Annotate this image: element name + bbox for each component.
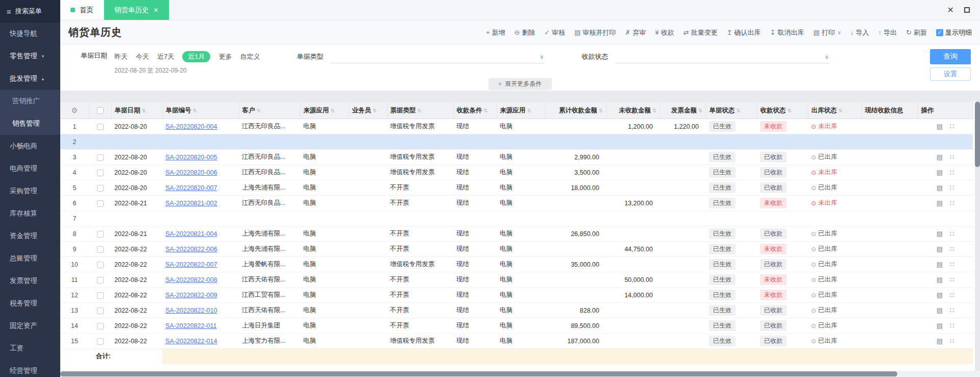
view-document-icon[interactable]: ▤ — [937, 230, 943, 238]
toolbar-audit-print-button[interactable]: ▤审核并打印 — [574, 28, 616, 37]
payment-status-select[interactable]: ∨ — [615, 52, 829, 63]
date-option-更多[interactable]: 更多 — [218, 52, 232, 61]
document-number-link[interactable]: SA-20220822-014 — [165, 338, 217, 345]
row-checkbox[interactable] — [97, 124, 104, 130]
row-checkbox[interactable] — [97, 200, 104, 207]
sidebar-item-零售管理[interactable]: 零售管理▼ — [0, 45, 60, 67]
sidebar-item-总账管理[interactable]: 总账管理 — [0, 247, 60, 270]
row-checkbox[interactable] — [97, 185, 104, 192]
query-button[interactable]: 查询 — [930, 49, 971, 64]
tab-sales-history[interactable]: 销货单历史 ✕ — [104, 0, 169, 20]
column-header-date[interactable]: 单据日期⇅ — [111, 102, 162, 119]
document-number-link[interactable]: SA-20220821-002 — [165, 200, 217, 207]
more-actions-icon[interactable]: ∷ — [950, 123, 954, 130]
more-actions-icon[interactable]: ∷ — [950, 245, 954, 253]
column-header-salesman[interactable]: 业务员⇅ — [349, 102, 387, 119]
more-actions-icon[interactable]: ∷ — [950, 261, 954, 268]
table-row[interactable]: 122022-08-22SA-20220822-009江西工贸有限...电脑不开… — [60, 288, 973, 303]
table-row[interactable]: 92022-08-22SA-20220822-006上海先浦有限...电脑不开票… — [60, 242, 973, 257]
horizontal-scrollbar[interactable] — [60, 371, 980, 377]
sidebar-search[interactable]: ≡ 搜索菜单 — [0, 0, 60, 22]
sidebar-item-批发管理[interactable]: 批发管理▲ — [0, 67, 60, 90]
vertical-scrollbar[interactable] — [975, 102, 980, 371]
document-number-link[interactable]: SA-20220820-006 — [165, 169, 217, 176]
toolbar-batch-change-button[interactable]: ⇄批量变更 — [683, 28, 718, 37]
sidebar-item-经营管理[interactable]: 经营管理 — [0, 360, 60, 377]
sidebar-item-小畅电商[interactable]: 小畅电商 — [0, 135, 60, 157]
document-number-link[interactable]: SA-20220822-007 — [165, 261, 217, 268]
view-document-icon[interactable]: ▤ — [937, 153, 943, 161]
sidebar-item-营销推广[interactable]: 营销推广 — [0, 90, 60, 112]
document-number-link[interactable]: SA-20220820-007 — [165, 184, 217, 192]
document-number-link[interactable]: SA-20220822-009 — [165, 292, 217, 299]
document-number-link[interactable]: SA-20220822-006 — [165, 246, 217, 253]
document-number-link[interactable]: SA-20220822-008 — [165, 276, 217, 284]
sort-icon[interactable]: ⇅ — [331, 108, 335, 113]
document-number-link[interactable]: SA-20220822-011 — [165, 322, 217, 329]
tab-home[interactable]: 首页 — [60, 0, 104, 20]
expand-more-button[interactable]: » 展开更多条件 — [488, 78, 552, 90]
document-number-link[interactable]: SA-20220820-004 — [165, 123, 217, 130]
more-actions-icon[interactable]: ∷ — [950, 307, 954, 314]
column-header-source1[interactable]: 来源应用⇅ — [300, 102, 349, 119]
view-document-icon[interactable]: ▤ — [937, 123, 943, 130]
row-checkbox[interactable] — [97, 231, 104, 238]
sort-icon[interactable]: ⇅ — [373, 108, 377, 113]
date-option-近7天[interactable]: 近7天 — [157, 52, 174, 61]
sidebar-item-工资[interactable]: 工资 — [0, 337, 60, 360]
more-actions-icon[interactable]: ∷ — [950, 169, 954, 176]
view-document-icon[interactable]: ▤ — [937, 261, 943, 268]
more-actions-icon[interactable]: ∷ — [950, 199, 954, 207]
view-document-icon[interactable]: ▤ — [937, 322, 943, 329]
sort-icon[interactable]: ⇅ — [193, 108, 197, 113]
toolbar-audit-button[interactable]: ✓审核 — [544, 28, 565, 37]
sort-icon[interactable]: ⇅ — [484, 108, 488, 113]
sidebar-item-固定资产[interactable]: 固定资产 — [0, 315, 60, 337]
table-row[interactable]: 42022-08-20SA-20220820-006江西无印良品...电脑增值税… — [60, 165, 973, 180]
toolbar-import-button[interactable]: ↓导入 — [850, 28, 869, 37]
row-checkbox[interactable] — [97, 262, 104, 268]
view-document-icon[interactable]: ▤ — [937, 291, 943, 299]
select-all-checkbox[interactable] — [97, 107, 104, 114]
more-actions-icon[interactable]: ∷ — [950, 153, 954, 161]
sort-icon[interactable]: ⇅ — [599, 108, 603, 113]
date-option-今天[interactable]: 今天 — [136, 52, 149, 61]
sort-icon[interactable]: ⇅ — [257, 108, 261, 113]
horizontal-scrollbar-thumb[interactable] — [60, 371, 897, 376]
doc-type-select[interactable]: ∨ — [330, 52, 545, 63]
sidebar-item-快捷导航[interactable]: 快捷导航 — [0, 22, 60, 45]
row-checkbox[interactable] — [97, 292, 104, 299]
sort-icon[interactable]: ⇅ — [839, 108, 843, 113]
document-number-link[interactable]: SA-20220822-010 — [165, 307, 217, 314]
column-header-pay_status[interactable]: 收款状态⇅ — [757, 102, 808, 119]
view-document-icon[interactable]: ▤ — [937, 199, 943, 207]
date-range-value[interactable]: 2022-08-20 至 2022-09-20 — [114, 66, 260, 75]
table-row[interactable]: 132022-08-22SA-20220822-010江西天佑有限...电脑不开… — [60, 303, 973, 318]
more-actions-icon[interactable]: ∷ — [950, 230, 954, 238]
row-checkbox[interactable] — [97, 154, 104, 161]
more-actions-icon[interactable]: ∷ — [950, 276, 954, 284]
table-row[interactable]: 82022-08-21SA-20220821-004上海先浦有限...电脑不开票… — [60, 226, 973, 242]
sidebar-item-资金管理[interactable]: 资金管理 — [0, 225, 60, 247]
row-checkbox[interactable] — [97, 170, 104, 176]
view-document-icon[interactable]: ▤ — [937, 169, 943, 176]
date-option-近1月[interactable]: 近1月 — [182, 51, 210, 62]
table-row[interactable]: 32022-08-20SA-20220820-005江西无印良品...电脑增值税… — [60, 150, 973, 165]
row-checkbox[interactable] — [97, 246, 104, 253]
column-header-received[interactable]: 累计收款金额⇅ — [545, 102, 606, 119]
sort-icon[interactable]: ⇅ — [737, 108, 741, 113]
column-header-customer[interactable]: 客户⇅ — [239, 102, 300, 119]
sort-icon[interactable]: ⇅ — [418, 108, 422, 113]
more-actions-icon[interactable]: ∷ — [950, 184, 954, 192]
document-number-link[interactable]: SA-20220820-005 — [165, 154, 217, 161]
sidebar-item-税务管理[interactable]: 税务管理 — [0, 292, 60, 315]
close-tab-icon[interactable]: ✕ — [154, 7, 159, 14]
column-header-doc_status[interactable]: 单据状态⇅ — [706, 102, 757, 119]
row-checkbox[interactable] — [97, 338, 104, 345]
show-detail-toggle[interactable]: ✓显示明细 — [936, 28, 972, 37]
toolbar-collect-payment-button[interactable]: ¥收款 — [655, 28, 674, 37]
gear-icon[interactable]: ⚙ — [71, 106, 78, 114]
toolbar-refresh-button[interactable]: ↻刷新 — [906, 28, 927, 37]
sort-icon[interactable]: ⇅ — [527, 108, 531, 113]
table-row[interactable]: 7 — [60, 211, 973, 226]
